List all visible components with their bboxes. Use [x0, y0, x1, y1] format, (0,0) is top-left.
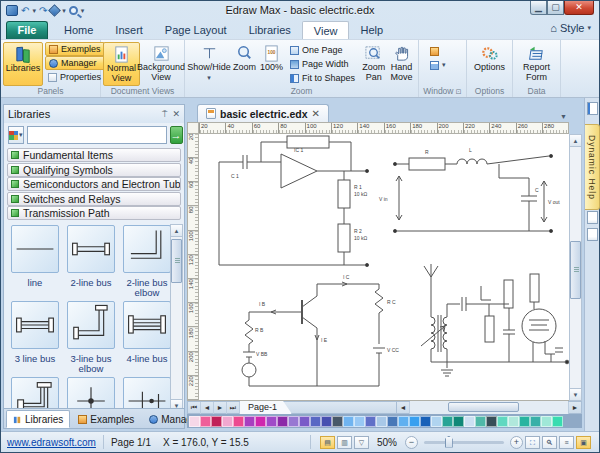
- library-item[interactable]: Qualifying Symbols: [7, 163, 181, 177]
- palette-swatch[interactable]: [486, 416, 497, 427]
- tab-home[interactable]: Home: [53, 21, 104, 39]
- view-mode-outline-icon[interactable]: ▥: [337, 436, 352, 449]
- show-hide-button[interactable]: Show/Hide▾: [187, 42, 231, 86]
- palette-swatch[interactable]: [387, 416, 398, 427]
- hand-move-button[interactable]: Hand Move: [387, 42, 416, 86]
- window-dialog-launcher-icon[interactable]: ⊡: [456, 88, 462, 95]
- view-mode-normal-icon[interactable]: ▤: [320, 436, 335, 449]
- palette-swatch[interactable]: [365, 416, 376, 427]
- palette-swatch[interactable]: [409, 416, 420, 427]
- symbol-4-line-bus-elbow[interactable]: 4-line bus: [9, 377, 61, 409]
- one-page-button[interactable]: One Page: [287, 43, 358, 57]
- library-filter-button[interactable]: ▾: [8, 126, 24, 144]
- close-document-icon[interactable]: ✕: [312, 108, 320, 119]
- palette-swatch[interactable]: [222, 416, 233, 427]
- symbol-3-line-bus-elbow[interactable]: 3-line bus elbow: [65, 301, 117, 375]
- options-button[interactable]: Options: [470, 42, 510, 86]
- scroll-down-icon[interactable]: ▼: [171, 399, 182, 409]
- palette-swatch[interactable]: [464, 416, 475, 427]
- tab-list-dropdown-icon[interactable]: ▼: [560, 113, 567, 120]
- arrange-windows-button[interactable]: ▾: [427, 58, 449, 72]
- palette-swatch[interactable]: [266, 416, 277, 427]
- palette-swatch[interactable]: [343, 416, 354, 427]
- page-width-button[interactable]: Page Width: [287, 57, 358, 71]
- pin-icon[interactable]: ⍑: [162, 109, 167, 120]
- palette-swatch[interactable]: [299, 416, 310, 427]
- palette-swatch[interactable]: [475, 416, 486, 427]
- panel-tab-libraries[interactable]: Libraries: [6, 410, 70, 428]
- zoom-in-icon[interactable]: +: [510, 436, 523, 449]
- palette-swatch[interactable]: [442, 416, 453, 427]
- fit-to-shapes-button[interactable]: Fit to Shapes: [287, 71, 358, 85]
- edrawsoft-link[interactable]: www.edrawsoft.com: [7, 437, 96, 448]
- scrollbar-thumb[interactable]: [570, 241, 581, 299]
- palette-swatch[interactable]: [332, 416, 343, 427]
- page-icon[interactable]: [587, 211, 598, 224]
- palette-swatch[interactable]: [519, 416, 530, 427]
- minimize-button[interactable]: ▁: [530, 1, 547, 15]
- fit-window-icon[interactable]: ⛶: [525, 436, 540, 449]
- tab-libraries[interactable]: Libraries: [238, 21, 302, 39]
- page-tab[interactable]: Page-1: [240, 401, 292, 414]
- style-button[interactable]: ⌂ Style ▾: [550, 22, 591, 34]
- palette-swatch[interactable]: [233, 416, 244, 427]
- maximize-button[interactable]: ▢: [547, 1, 564, 15]
- first-page-icon[interactable]: ⏮: [188, 402, 201, 414]
- page-icon[interactable]: [587, 228, 598, 241]
- normal-view-button[interactable]: Normal View: [103, 42, 140, 86]
- library-item[interactable]: Semiconductors and Electron Tubes: [7, 177, 181, 191]
- palette-swatch[interactable]: [310, 416, 321, 427]
- zoom-slider-thumb[interactable]: [445, 436, 453, 448]
- palette-swatch[interactable]: [420, 416, 431, 427]
- libraries-panel-button[interactable]: Libraries: [3, 42, 43, 86]
- tab-view[interactable]: View: [302, 21, 350, 39]
- palette-swatch[interactable]: [530, 416, 541, 427]
- symbol-grid-scrollbar[interactable]: ▲ ▼: [170, 224, 183, 409]
- palette-swatch[interactable]: [255, 416, 266, 427]
- palette-swatch[interactable]: [552, 416, 563, 427]
- dynamic-help-tab[interactable]: Dynamic Help: [585, 124, 600, 210]
- search-go-button[interactable]: →: [170, 126, 183, 144]
- pan-window-icon[interactable]: ▣: [576, 436, 591, 449]
- next-page-icon[interactable]: ►: [214, 402, 227, 414]
- palette-swatch[interactable]: [200, 416, 211, 427]
- palette-swatch[interactable]: [453, 416, 464, 427]
- symbol-2-line-bus[interactable]: 2-line bus: [65, 225, 117, 299]
- symbol-junction-2[interactable]: Junction/: [121, 377, 173, 409]
- canvas-horizontal-scrollbar[interactable]: ◄ ►: [396, 401, 581, 414]
- document-tab[interactable]: basic electric.edx ✕: [197, 104, 329, 122]
- zoom-button[interactable]: Zoom: [231, 42, 258, 86]
- scroll-right-icon[interactable]: ►: [568, 402, 581, 414]
- library-item[interactable]: Switches and Relays: [7, 192, 181, 206]
- palette-swatch[interactable]: [376, 416, 387, 427]
- symbol-4-line-bus[interactable]: 4-line bus: [121, 301, 173, 375]
- previous-page-icon[interactable]: ◄: [201, 402, 214, 414]
- zoom-out-icon[interactable]: −: [405, 436, 418, 449]
- panel-tab-examples[interactable]: Examples: [71, 410, 141, 428]
- palette-swatch[interactable]: [211, 416, 222, 427]
- scrollbar-thumb[interactable]: [171, 239, 182, 283]
- properties-panel-button[interactable]: Properties: [45, 70, 105, 84]
- scroll-up-icon[interactable]: ▲: [570, 135, 581, 147]
- zoom-pan-button[interactable]: Zoom Pan: [360, 42, 387, 86]
- zoom-100-button[interactable]: 100 100%: [258, 42, 285, 86]
- symbol-3-line-bus[interactable]: 3 line bus: [9, 301, 61, 375]
- symbol-2-line-bus-elbow[interactable]: 2-line bus elbow: [121, 225, 173, 299]
- palette-swatch[interactable]: [541, 416, 552, 427]
- symbol-junction[interactable]: Junction: [65, 377, 117, 409]
- examples-panel-button[interactable]: Examples: [45, 42, 105, 56]
- scroll-down-icon[interactable]: ▼: [570, 388, 581, 400]
- page-list-icon[interactable]: ≡: [559, 436, 574, 449]
- view-mode-print-icon[interactable]: ▽: [354, 436, 369, 449]
- scroll-left-icon[interactable]: ◄: [397, 402, 410, 414]
- canvas-vertical-scrollbar[interactable]: ▲ ▼: [569, 134, 582, 401]
- palette-swatch[interactable]: [398, 416, 409, 427]
- file-tab[interactable]: File: [6, 21, 48, 39]
- tab-help[interactable]: Help: [349, 21, 394, 39]
- background-view-button[interactable]: Background View: [140, 42, 182, 86]
- palette-swatch[interactable]: [277, 416, 288, 427]
- palette-swatch[interactable]: [189, 416, 200, 427]
- palette-swatch[interactable]: [508, 416, 519, 427]
- last-page-icon[interactable]: ⏭: [227, 402, 240, 414]
- palette-swatch[interactable]: [431, 416, 442, 427]
